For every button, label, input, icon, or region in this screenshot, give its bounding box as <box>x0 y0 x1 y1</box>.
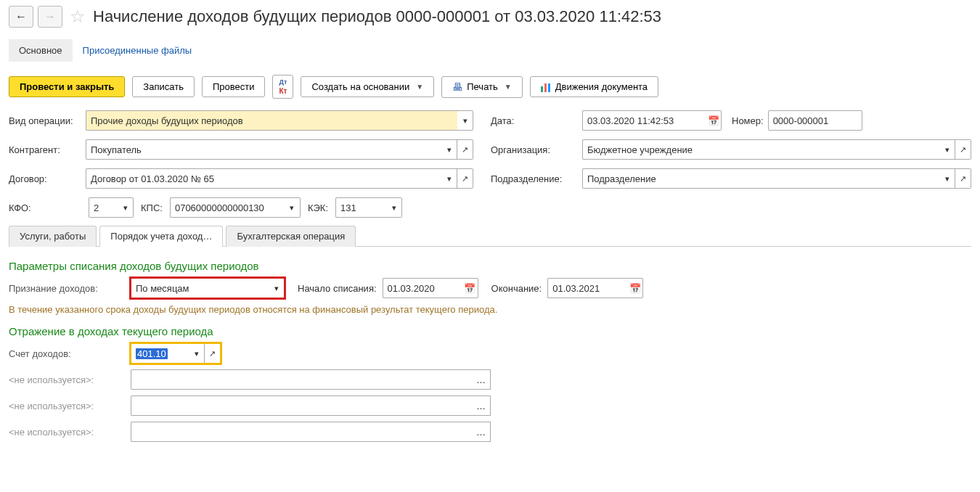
unused-picker-1[interactable]: … <box>472 369 491 390</box>
tab-income-order[interactable]: Порядок учета доход… <box>99 226 223 247</box>
label-counterparty: Контрагент: <box>9 144 81 155</box>
start-date-calendar[interactable]: 📅 <box>462 278 478 298</box>
organization-open[interactable]: ↗ <box>955 139 971 160</box>
unused-picker-3[interactable]: … <box>472 422 491 442</box>
post-button[interactable]: Провести <box>202 76 266 97</box>
dt-kt-icon: ДтКт <box>279 79 287 94</box>
label-op-type: Вид операции: <box>9 115 81 126</box>
label-kek: КЭК: <box>308 202 328 213</box>
save-button[interactable]: Записать <box>132 76 195 97</box>
label-kfo: КФО: <box>9 202 81 213</box>
contract-input[interactable]: Договор от 01.03.2020 № 65 <box>86 168 441 189</box>
open-icon: ↗ <box>960 145 966 155</box>
section-current-income-title: Отражение в доходах текущего периода <box>9 325 971 337</box>
op-type-input[interactable]: Прочие доходы будущих периодов <box>86 110 457 131</box>
section-write-off-params-title: Параметры списания доходов будущих перио… <box>9 260 971 272</box>
print-button[interactable]: 🖶Печать▼ <box>441 76 523 98</box>
label-organization: Организация: <box>491 144 578 155</box>
date-input[interactable]: 03.03.2020 11:42:53 <box>582 110 706 131</box>
department-open[interactable]: ↗ <box>955 168 971 189</box>
label-recognition: Признание доходов: <box>9 283 125 294</box>
label-end: Окончание: <box>491 283 542 294</box>
unused-input-2[interactable] <box>131 395 472 416</box>
forward-button[interactable]: → <box>38 6 62 28</box>
income-account-input[interactable]: 401.10 <box>131 343 189 364</box>
kps-input[interactable]: 07060000000000130 <box>170 197 285 218</box>
department-input[interactable]: Подразделение <box>582 168 939 189</box>
label-unused-1: <не используется>: <box>9 374 125 385</box>
subtab-main[interactable]: Основное <box>9 39 73 62</box>
label-unused-2: <не используется>: <box>9 401 125 411</box>
number-input[interactable]: 0000-000001 <box>768 110 862 131</box>
write-off-hint: В течение указанного срока доходы будущи… <box>9 304 971 315</box>
label-unused-3: <не используется>: <box>9 427 125 438</box>
calendar-icon: 📅 <box>708 115 719 126</box>
chevron-down-icon: ▼ <box>505 83 512 91</box>
recognition-dropdown[interactable]: ▾ <box>269 278 285 298</box>
open-icon: ↗ <box>960 174 966 184</box>
recognition-input[interactable]: По месяцам <box>131 278 269 298</box>
kek-input[interactable]: 131 <box>335 197 386 218</box>
create-based-on-label: Создать на основании <box>311 81 409 92</box>
create-based-on-button[interactable]: Создать на основании▼ <box>301 76 434 97</box>
back-button[interactable]: ← <box>9 6 33 28</box>
end-date-input[interactable]: 01.03.2021 <box>547 278 627 298</box>
end-date-calendar[interactable]: 📅 <box>627 278 643 298</box>
label-start: Начало списания: <box>298 283 377 294</box>
kps-dropdown[interactable]: ▾ <box>285 197 301 218</box>
organization-input[interactable]: Бюджетное учреждение <box>582 139 939 160</box>
printer-icon: 🖶 <box>452 81 462 93</box>
label-number: Номер: <box>732 115 764 126</box>
kfo-dropdown[interactable]: ▾ <box>118 197 134 218</box>
calendar-icon: 📅 <box>629 283 641 294</box>
income-account-dropdown[interactable]: ▾ <box>189 343 205 364</box>
open-icon: ↗ <box>462 145 468 155</box>
label-date: Дата: <box>491 115 578 126</box>
income-account-value: 401.10 <box>136 348 168 359</box>
organization-dropdown[interactable]: ▾ <box>939 139 955 160</box>
open-icon: ↗ <box>462 174 468 184</box>
page-title: Начисление доходов будущих периодов 0000… <box>93 7 661 26</box>
document-movements-button[interactable]: Движения документа <box>530 76 658 97</box>
unused-input-1[interactable] <box>131 369 472 390</box>
kek-dropdown[interactable]: ▾ <box>386 197 402 218</box>
bar-chart-icon <box>541 82 551 92</box>
tab-accounting-operation[interactable]: Бухгалтерская операция <box>226 226 356 247</box>
contract-dropdown[interactable]: ▾ <box>441 168 457 189</box>
unused-input-3[interactable] <box>131 422 472 442</box>
subtab-files[interactable]: Присоединенные файлы <box>73 39 203 62</box>
department-dropdown[interactable]: ▾ <box>939 168 955 189</box>
date-calendar-button[interactable]: 📅 <box>706 110 722 131</box>
print-label: Печать <box>467 81 498 92</box>
kfo-input[interactable]: 2 <box>89 197 118 218</box>
chevron-down-icon: ▼ <box>416 83 423 91</box>
post-and-close-button[interactable]: Провести и закрыть <box>9 76 125 97</box>
income-account-open[interactable]: ↗ <box>205 343 221 364</box>
calendar-icon: 📅 <box>464 283 475 294</box>
label-department: Подразделение: <box>491 173 578 184</box>
label-income-account: Счет доходов: <box>9 348 125 359</box>
op-type-dropdown[interactable]: ▾ <box>457 110 473 131</box>
open-icon: ↗ <box>209 349 216 358</box>
label-kps: КПС: <box>141 202 163 213</box>
movements-label: Движения документа <box>555 81 648 92</box>
dt-kt-button[interactable]: ДтКт <box>272 75 293 99</box>
start-date-input[interactable]: 01.03.2020 <box>383 278 462 298</box>
counterparty-open[interactable]: ↗ <box>457 139 473 160</box>
label-contract: Договор: <box>9 173 81 184</box>
counterparty-input[interactable]: Покупатель <box>86 139 441 160</box>
tab-services[interactable]: Услуги, работы <box>9 226 97 247</box>
contract-open[interactable]: ↗ <box>457 168 473 189</box>
unused-picker-2[interactable]: … <box>472 395 491 416</box>
counterparty-dropdown[interactable]: ▾ <box>441 139 457 160</box>
favorite-star-icon[interactable]: ☆ <box>70 7 86 27</box>
